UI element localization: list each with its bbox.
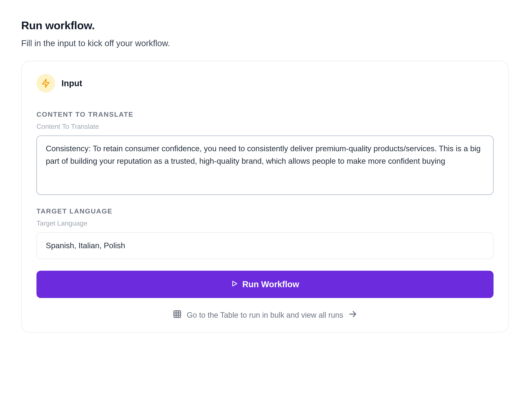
input-section-label: Input — [61, 79, 82, 88]
svg-marker-0 — [233, 281, 237, 286]
content-field-group: CONTENT TO TRANSLATE Content To Translat… — [36, 111, 494, 196]
go-to-table-link[interactable]: Go to the Table to run in bulk and view … — [36, 310, 494, 321]
language-field-group: TARGET LANGUAGE Target Language — [36, 207, 494, 259]
lightning-icon — [36, 74, 55, 93]
workflow-card: Input CONTENT TO TRANSLATE Content To Tr… — [21, 61, 509, 333]
page-subtitle: Fill in the input to kick off your workf… — [21, 39, 509, 48]
svg-rect-1 — [174, 311, 181, 318]
go-to-table-link-label: Go to the Table to run in bulk and view … — [187, 311, 343, 320]
run-workflow-button[interactable]: Run Workflow — [36, 271, 494, 298]
language-field-header: TARGET LANGUAGE — [36, 207, 494, 215]
input-section-header: Input — [36, 74, 494, 93]
content-field-header: CONTENT TO TRANSLATE — [36, 111, 494, 118]
content-field-sublabel: Content To Translate — [36, 123, 494, 130]
page-title: Run workflow. — [21, 19, 509, 32]
run-workflow-button-label: Run Workflow — [242, 280, 299, 289]
target-language-input[interactable] — [36, 232, 494, 259]
play-icon — [231, 280, 238, 289]
table-icon — [173, 310, 182, 321]
arrow-right-icon — [348, 310, 357, 321]
content-to-translate-input[interactable] — [36, 136, 494, 195]
language-field-sublabel: Target Language — [36, 219, 494, 227]
